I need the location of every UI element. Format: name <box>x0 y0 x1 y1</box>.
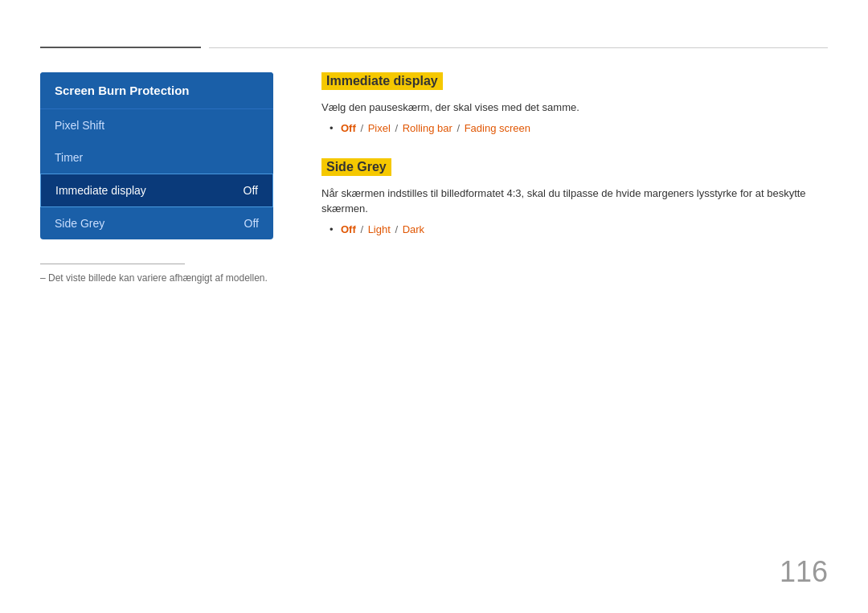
immediate-display-desc: Vælg den pauseskærm, der skal vises med … <box>321 100 828 116</box>
note-text: – Det viste billede kan variere afhængig… <box>40 272 273 284</box>
page-container: Screen Burn Protection Pixel Shift Timer… <box>0 0 868 613</box>
side-grey-title: Side Grey <box>321 158 391 176</box>
menu-box: Screen Burn Protection Pixel Shift Timer… <box>40 72 273 239</box>
option-off-sg[interactable]: Off <box>341 223 356 235</box>
option-light[interactable]: Light <box>368 223 391 235</box>
menu-item-immediate-display[interactable]: Immediate display Off <box>40 174 273 207</box>
menu-item-value: Off <box>244 217 259 230</box>
immediate-display-section: Immediate display Vælg den pauseskærm, d… <box>321 72 828 134</box>
option-pixel[interactable]: Pixel <box>368 122 391 134</box>
menu-item-label: Timer <box>55 151 83 164</box>
top-rule-right <box>209 47 828 48</box>
side-grey-section: Side Grey Når skærmen indstilles til bil… <box>321 158 828 235</box>
immediate-display-title: Immediate display <box>321 72 443 90</box>
note-divider <box>40 264 185 264</box>
menu-item-timer[interactable]: Timer <box>40 141 273 174</box>
menu-item-label: Immediate display <box>55 184 146 197</box>
right-panel: Immediate display Vælg den pauseskærm, d… <box>321 72 828 284</box>
note-section: – Det viste billede kan variere afhængig… <box>40 264 273 284</box>
side-grey-desc: Når skærmen indstilles til billedformate… <box>321 186 828 217</box>
menu-item-value: Off <box>244 184 258 197</box>
menu-title: Screen Burn Protection <box>40 72 273 109</box>
side-grey-options-item: Off / Light / Dark <box>330 223 828 235</box>
menu-item-pixel-shift[interactable]: Pixel Shift <box>40 109 273 141</box>
option-fading-screen[interactable]: Fading screen <box>465 122 530 134</box>
menu-item-label: Pixel Shift <box>55 119 104 132</box>
top-rules <box>40 47 828 48</box>
option-dark[interactable]: Dark <box>403 223 424 235</box>
left-panel: Screen Burn Protection Pixel Shift Timer… <box>40 72 273 284</box>
immediate-display-options-item: Off / Pixel / Rolling bar / Fading scree… <box>330 122 828 134</box>
option-rolling-bar[interactable]: Rolling bar <box>403 122 452 134</box>
page-number: 116 <box>780 555 828 589</box>
top-rule-left <box>40 47 201 48</box>
content-area: Screen Burn Protection Pixel Shift Timer… <box>40 72 828 284</box>
menu-item-side-grey[interactable]: Side Grey Off <box>40 207 273 239</box>
menu-item-label: Side Grey <box>55 217 104 230</box>
immediate-display-options: Off / Pixel / Rolling bar / Fading scree… <box>330 122 828 134</box>
side-grey-options: Off / Light / Dark <box>330 223 828 235</box>
option-off[interactable]: Off <box>341 122 356 134</box>
